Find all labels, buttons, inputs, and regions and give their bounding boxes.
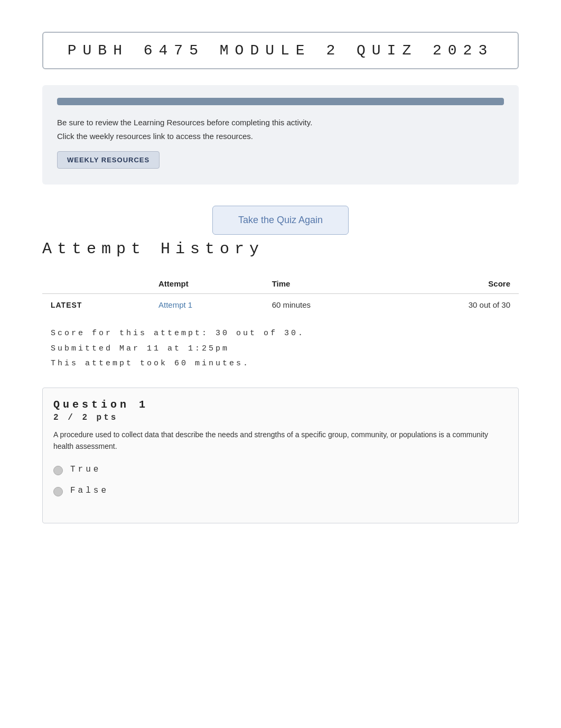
question-text: A procedure used to collect data that de… [53, 429, 508, 453]
attempt-score: 30 out of 30 [388, 294, 519, 316]
attempt-details: Score for this attempt: 30 out of 30. Su… [42, 326, 519, 372]
progress-bar [57, 98, 504, 105]
table-row: LATEST Attempt 1 60 minutes 30 out of 30 [42, 294, 519, 316]
col-header-time: Time [264, 274, 388, 294]
attempt-time: 60 minutes [264, 294, 388, 316]
latest-badge: LATEST [51, 301, 82, 309]
question-section: Question 1 2 / 2 pts A procedure used to… [42, 388, 519, 524]
take-quiz-again-button[interactable]: Take the Quiz Again [212, 206, 349, 235]
attempt-detail-submitted: Submitted Mar 11 at 1:25pm [51, 342, 510, 357]
page-title: PUBH 6475 MODULE 2 QUIZ 2023 [42, 32, 519, 69]
info-box: Be sure to review the Learning Resources… [42, 85, 519, 185]
answer-false-label: False [70, 486, 109, 495]
answer-option-true[interactable]: True [53, 465, 508, 475]
question-points: 2 / 2 pts [53, 413, 508, 422]
col-header-tag [42, 274, 150, 294]
attempt-history-table: Attempt Time Score LATEST Attempt 1 60 m… [42, 274, 519, 316]
answer-option-false[interactable]: False [53, 486, 508, 496]
attempt-history-title: Attempt History [42, 240, 519, 258]
question-header: Question 1 [53, 399, 508, 411]
weekly-resources-button[interactable]: WEEKLY RESOURCES [57, 151, 160, 169]
col-header-attempt: Attempt [150, 274, 264, 294]
instruction-text: Be sure to review the Learning Resources… [57, 116, 504, 143]
progress-bar-fill [57, 98, 504, 105]
radio-false[interactable] [53, 487, 63, 496]
attempt-detail-duration: This attempt took 60 minutes. [51, 356, 510, 372]
col-header-score: Score [388, 274, 519, 294]
answer-true-label: True [70, 465, 101, 474]
attempt-detail-score: Score for this attempt: 30 out of 30. [51, 326, 510, 342]
attempt-1-link[interactable]: Attempt 1 [158, 300, 192, 309]
radio-true[interactable] [53, 466, 63, 475]
take-quiz-container: Take the Quiz Again [42, 206, 519, 235]
